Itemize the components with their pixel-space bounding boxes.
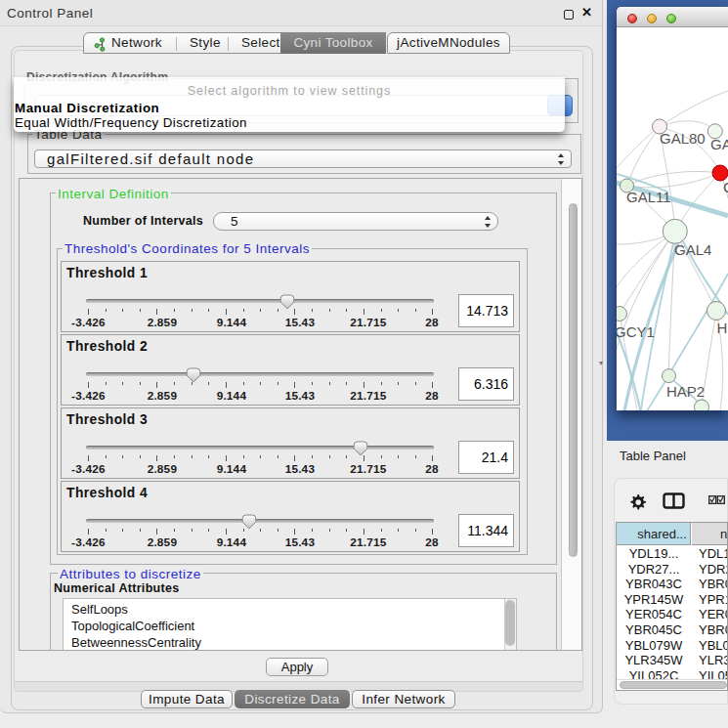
svg-text:HI: HI: [717, 320, 728, 336]
svg-text:HAP2: HAP2: [666, 383, 705, 400]
svg-text:GAL80: GAL80: [660, 130, 706, 147]
svg-text:GAL4: GAL4: [674, 241, 711, 258]
svg-text:CY: CY: [723, 179, 728, 195]
svg-text:GCY1: GCY1: [617, 323, 655, 340]
svg-text:GA: GA: [710, 136, 728, 152]
svg-text:GAL11: GAL11: [626, 189, 671, 205]
